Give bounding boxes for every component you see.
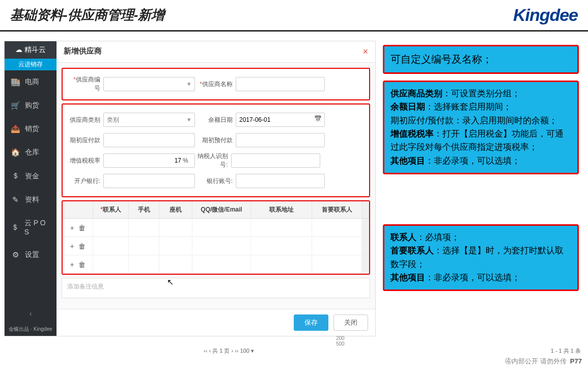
house-icon: 🏠: [11, 148, 20, 157]
percent-label: %: [183, 157, 188, 164]
dollar-icon: ＄: [11, 171, 20, 181]
pager-nav[interactable]: ‹‹ ‹ 共 1 页 › ›› 100 ▾: [204, 347, 254, 355]
table-row[interactable]: +🗑: [63, 219, 369, 237]
add-row-icon[interactable]: +: [70, 242, 74, 250]
nav-purchase[interactable]: 🛒购货: [5, 94, 57, 117]
slide-footer: ④内部公开 请勿外传 P77: [505, 357, 582, 366]
nav-label: 仓库: [25, 148, 39, 157]
nav-label: 设置: [25, 250, 39, 259]
modal-header: 新增供应商 ×: [57, 41, 375, 63]
supplier-number-label: 供应商编号: [68, 75, 103, 93]
sidebar-active-tab[interactable]: 云进销存: [5, 59, 57, 70]
nav-cloud-pos[interactable]: ＄云 P O S: [5, 212, 57, 243]
pencil-icon: ✎: [11, 195, 20, 204]
table-row[interactable]: +🗑: [63, 255, 369, 274]
sidebar-logo: ☁ 精斗云: [5, 41, 57, 59]
supplier-name-label: 供应商名称: [195, 80, 236, 89]
taxpayer-id-input[interactable]: [231, 153, 320, 168]
section-details: 供应商类别 余额日期 期初应付款 期初预付款 增值税税率 % 纳税人识别号:: [62, 103, 370, 197]
cart-icon: 🛒: [11, 101, 20, 110]
callout-a: 可自定义编号及名称；: [383, 45, 579, 74]
init-prepaid-label: 期初预付款: [195, 136, 236, 145]
nav-label: 电商: [25, 77, 39, 87]
supplier-number-input[interactable]: [103, 77, 195, 91]
nav-label: 云 P O S: [24, 219, 50, 236]
add-row-icon[interactable]: +: [70, 260, 74, 269]
close-button[interactable]: 关闭: [333, 314, 368, 331]
delete-row-icon[interactable]: 🗑: [78, 242, 86, 250]
nav-label: 资料: [25, 195, 39, 204]
contacts-header: *联系人 手机 座机 QQ/微信/Email 联系地址 首要联系人: [63, 201, 369, 219]
vat-rate-label: 增值税税率: [68, 156, 103, 165]
nav-data[interactable]: ✎资料: [5, 188, 57, 212]
nav-settings[interactable]: ⚙设置: [5, 243, 57, 267]
init-payable-input[interactable]: [103, 133, 195, 147]
callout-c: 联系人：必填项； 首要联系人：选择【是】时，为套打时默认取数字段； 其他项目：非…: [383, 224, 579, 291]
account-input[interactable]: [236, 174, 325, 188]
nav-funds[interactable]: ＄资金: [5, 164, 57, 188]
table-row[interactable]: +🗑: [63, 237, 369, 255]
balance-date-input[interactable]: [236, 113, 325, 127]
vat-rate-input[interactable]: [103, 153, 195, 168]
nav-label: 购货: [25, 101, 39, 110]
contacts-table: *联系人 手机 座机 QQ/微信/Email 联系地址 首要联系人 +🗑 +🗑: [62, 200, 370, 275]
delete-row-icon[interactable]: 🗑: [78, 224, 86, 232]
nav-label: 销货: [25, 124, 39, 134]
category-select[interactable]: [103, 113, 195, 127]
supplier-name-input[interactable]: [236, 77, 325, 91]
nav-sales[interactable]: 📤销货: [5, 117, 57, 141]
callout-b: 供应商品类别：可设置类别分组； 余额日期：选择账套启用期间； 期初应付/预付款：…: [383, 81, 579, 174]
app-window: ☁ 精斗云 云进销存 🏬电商 🛒购货 📤销货 🏠仓库 ＄资金 ✎资料 ＄云 P …: [4, 41, 376, 336]
account-label: 银行账号:: [195, 177, 236, 186]
dollar-icon: ＄: [11, 223, 19, 232]
close-icon[interactable]: ×: [362, 46, 368, 57]
modal-body: 供应商编号 供应商名称 供应商类别 余额日期 期初应付款 期初预付款: [57, 63, 375, 309]
nav-label: 资金: [25, 172, 39, 181]
add-row-icon[interactable]: +: [70, 224, 74, 232]
outbox-icon: 📤: [11, 124, 20, 134]
bank-input[interactable]: [103, 174, 195, 188]
balance-date-label: 余额日期: [195, 116, 236, 124]
kingdee-logo: Kingdee: [513, 5, 578, 25]
bank-label: 开户银行:: [68, 177, 103, 186]
sidebar-brand: 金蝶出品 · Kingdee: [5, 326, 57, 333]
taxpayer-id-label: 纳税人识别号:: [190, 152, 231, 169]
modal-footer: 保存 关闭: [57, 309, 375, 336]
ruler-values: 200 500: [336, 335, 345, 347]
category-label: 供应商类别: [68, 116, 103, 124]
memo-textarea[interactable]: 添加备注信息: [62, 278, 370, 298]
init-prepaid-input[interactable]: [236, 133, 325, 147]
sidebar-collapse[interactable]: ‹: [5, 306, 57, 321]
gear-icon: ⚙: [11, 250, 20, 259]
store-icon: 🏬: [11, 77, 20, 87]
nav-warehouse[interactable]: 🏠仓库: [5, 141, 57, 164]
new-supplier-modal: 新增供应商 × 供应商编号 供应商名称 供应商类别 余额日期: [57, 41, 375, 336]
slide-title: 基础资料-供应商管理-新增: [10, 6, 164, 24]
nav-ecommerce[interactable]: 🏬电商: [5, 70, 57, 94]
init-payable-label: 期初应付款: [68, 136, 103, 145]
delete-row-icon[interactable]: 🗑: [78, 260, 86, 269]
modal-title: 新增供应商: [64, 46, 102, 57]
save-button[interactable]: 保存: [294, 314, 328, 331]
slide-header: 基础资料-供应商管理-新增 Kingdee: [0, 0, 588, 32]
section-id-name: 供应商编号 供应商名称: [62, 68, 370, 100]
sidebar: ☁ 精斗云 云进销存 🏬电商 🛒购货 📤销货 🏠仓库 ＄资金 ✎资料 ＄云 P …: [5, 41, 57, 336]
pager-info: 1 - 1 共 1 条: [551, 347, 581, 355]
